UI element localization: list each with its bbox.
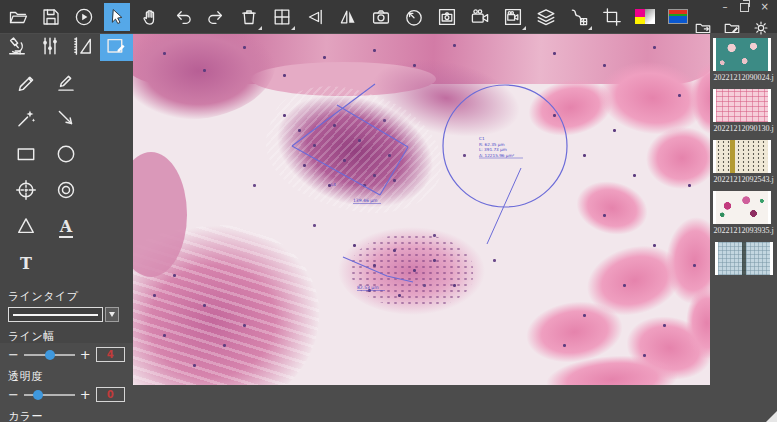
hand-icon (140, 7, 160, 27)
tab-adjust[interactable] (33, 34, 66, 61)
pencil-tool-button[interactable] (6, 66, 46, 102)
concentric-circle-tool-button[interactable] (46, 174, 86, 210)
layers-button[interactable] (533, 3, 559, 31)
microscope-icon (6, 35, 28, 61)
video-frame-button[interactable] (500, 3, 526, 31)
arrow-icon (55, 107, 77, 133)
thumbnail-item-3: 20221212092543.j (713, 140, 773, 184)
annotation-overlay: C1 R: 62.35 μm L: 391.73 μm A: 12215.96 … (133, 34, 710, 385)
restore-button[interactable] (740, 3, 749, 12)
measure-length-label: 139.46 μm (353, 198, 377, 203)
thumbnail-label: 20221212090130.j (713, 124, 773, 133)
measure-length-label: 82.53 μm (357, 285, 379, 290)
color-label: カラー (8, 409, 125, 422)
marker-tool-button[interactable] (46, 66, 86, 102)
thumbnail-image-2[interactable] (713, 89, 771, 122)
line-width-increase-button[interactable]: + (80, 348, 91, 361)
color-adjust-button[interactable] (632, 3, 658, 31)
line-type-dropdown-button[interactable] (105, 307, 119, 322)
image-canvas[interactable]: C1 R: 62.35 μm L: 391.73 μm A: 12215.96 … (133, 34, 710, 385)
rgb-channels-button[interactable] (665, 3, 691, 31)
thumbnail-item-2: 20221212090130.j (713, 89, 773, 133)
line-width-slider[interactable] (24, 349, 75, 360)
tab-microscope[interactable] (0, 34, 33, 61)
ellipse-tool-button[interactable] (46, 138, 86, 174)
annotate-icon (105, 35, 127, 61)
magic-wand-icon (15, 107, 37, 133)
measure-line[interactable] (337, 105, 408, 147)
line-width-value[interactable]: 4 (96, 347, 125, 362)
opacity-slider[interactable] (24, 389, 75, 400)
tab-measure[interactable] (67, 34, 100, 61)
triangle-tool-button[interactable] (6, 210, 46, 246)
tab-annotate[interactable] (100, 34, 133, 61)
circle-measurement-label: R: 62.35 μm (479, 142, 505, 147)
text-t-tool-button[interactable]: T (6, 246, 46, 282)
redo-button[interactable] (203, 3, 229, 31)
path-grid-icon (569, 7, 589, 27)
play-button[interactable] (71, 3, 97, 31)
thumbnail-label: 20221212093935.j (713, 226, 773, 235)
thumbnail-image-3[interactable] (713, 140, 771, 173)
thumbnail-image-4[interactable] (713, 191, 771, 224)
undo-button[interactable] (170, 3, 196, 31)
thumbnail-label: 20221212090024.j (713, 73, 773, 82)
thumbnail-item-5 (715, 242, 773, 275)
minimize-button[interactable]: – (723, 1, 728, 13)
thumbnail-image-5[interactable] (715, 242, 773, 275)
arrow-tool-button[interactable] (46, 102, 86, 138)
opacity-increase-button[interactable]: + (80, 388, 91, 401)
rectangle-tool-button[interactable] (6, 138, 46, 174)
close-button[interactable]: × (761, 1, 769, 13)
measure-polyline[interactable] (343, 257, 413, 282)
crop-button[interactable] (599, 3, 625, 31)
slider-thumb[interactable] (33, 390, 43, 400)
opacity-decrease-button[interactable]: − (8, 388, 19, 401)
save-button[interactable] (38, 3, 64, 31)
timer-icon (404, 7, 424, 27)
measure-tag: L4 (331, 182, 336, 187)
open-button[interactable] (5, 3, 31, 31)
text-a-tool-button[interactable]: A (46, 210, 86, 246)
shape-tool-grid: AT (0, 61, 126, 282)
line-type-preview[interactable] (8, 307, 103, 322)
color-group: カラー (0, 409, 133, 422)
circle-center-tool-button[interactable] (6, 174, 46, 210)
measure-line[interactable] (292, 146, 380, 195)
pencil-icon (15, 71, 37, 97)
flip-vertical-button[interactable] (335, 3, 361, 31)
measure-line[interactable] (380, 147, 408, 195)
solid-line-preview (13, 314, 98, 316)
line-type-group: ラインタイプ (0, 289, 133, 322)
slider-thumb[interactable] (45, 350, 55, 360)
thumbnail-image-1[interactable] (713, 38, 771, 71)
timed-capture-button[interactable] (401, 3, 427, 31)
pan-button[interactable] (137, 3, 163, 31)
select-button[interactable] (104, 3, 130, 31)
circle-annotation[interactable] (443, 85, 567, 207)
magic-wand-tool-button[interactable] (6, 102, 46, 138)
grid-view-button[interactable] (269, 3, 295, 31)
line-type-dropdown[interactable] (8, 307, 125, 322)
circle-measurement-label: A: 12215.96 μm² (479, 153, 515, 158)
camera-icon (371, 7, 391, 27)
flip-horizontal-button[interactable] (302, 3, 328, 31)
stitch-path-button[interactable] (566, 3, 592, 31)
layers-icon (536, 7, 556, 27)
camera-frame-icon (437, 7, 457, 27)
folder-open-icon (8, 7, 28, 27)
delete-button[interactable] (236, 3, 262, 31)
measure-line[interactable] (292, 84, 375, 146)
adjust-icon (39, 35, 61, 61)
record-video-button[interactable] (467, 3, 493, 31)
triangle-icon (15, 215, 37, 241)
line-width-decrease-button[interactable]: − (8, 348, 19, 361)
save-icon (41, 7, 61, 27)
capture-frame-button[interactable] (434, 3, 460, 31)
snapshot-button[interactable] (368, 3, 394, 31)
crop-icon (602, 7, 622, 27)
window-resize-grip[interactable] (766, 411, 777, 422)
opacity-value[interactable]: 0 (96, 387, 125, 402)
flip-h-icon (305, 7, 325, 27)
redo-icon (206, 7, 226, 27)
